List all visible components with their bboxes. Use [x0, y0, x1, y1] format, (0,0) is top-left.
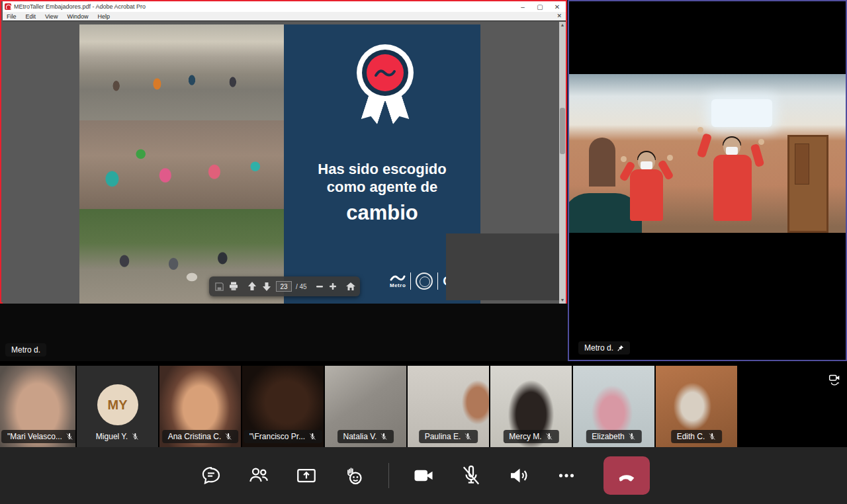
slide-heading: Has sido escogido como agente de cambio — [284, 160, 480, 225]
avatar: MY — [97, 384, 138, 425]
participant-tile[interactable]: MY Miguel Y. — [77, 366, 158, 447]
menu-window[interactable]: Window — [67, 13, 88, 20]
mic-muted-icon — [380, 433, 388, 441]
toolbar-close-icon[interactable]: ✕ — [557, 13, 562, 19]
participant-tile[interactable]: Natalia V. — [325, 366, 406, 447]
participant-name: "\Francisco Pr... — [249, 432, 305, 441]
participant-name: Ana Cristina C. — [168, 432, 222, 441]
acrobat-titlebar: MEtroTaller Embajadores.pdf - Adobe Acro… — [3, 1, 566, 12]
scroll-down-icon[interactable]: ▼ — [559, 297, 566, 304]
window-title: MEtroTaller Embajadores.pdf - Adobe Acro… — [14, 3, 146, 10]
room-door — [787, 135, 828, 233]
meeting-window: MEtroTaller Embajadores.pdf - Adobe Acro… — [0, 0, 847, 504]
page-number-input[interactable] — [276, 281, 292, 292]
pin-icon — [617, 345, 624, 352]
slide-photo-children — [79, 120, 284, 209]
speaker-icon[interactable] — [506, 462, 532, 489]
print-icon[interactable] — [228, 280, 239, 293]
home-icon[interactable] — [345, 280, 356, 293]
mic-muted-icon — [628, 433, 636, 441]
hang-up-button[interactable] — [603, 456, 650, 495]
next-page-icon[interactable] — [261, 280, 272, 293]
mic-muted-icon — [131, 433, 139, 441]
pdf-scrollbar[interactable]: ▲ ▼ — [559, 22, 566, 304]
people-icon[interactable] — [245, 462, 272, 489]
participant-name: Miguel Y. — [96, 432, 128, 441]
medal-icon — [357, 44, 414, 101]
mic-muted-icon[interactable] — [458, 462, 484, 489]
participant-name: Elizabeth — [592, 432, 624, 441]
screen-share-region: MEtroTaller Embajadores.pdf - Adobe Acro… — [0, 0, 568, 361]
scrollbar-thumb[interactable] — [560, 108, 565, 154]
medal-ribbon-left — [361, 94, 385, 124]
participant-tile[interactable]: "\Francisco Pr... — [242, 366, 324, 447]
zoom-in-icon[interactable] — [328, 280, 337, 293]
city-seal-logo — [416, 273, 433, 290]
participant-tile[interactable]: Ana Cristina C. — [159, 366, 241, 447]
slide-photo-street-scene — [79, 24, 284, 120]
pinned-video-feed — [569, 74, 846, 233]
mic-muted-icon — [308, 433, 316, 441]
participant-name: Paulina E. — [425, 432, 461, 441]
previous-page-icon[interactable] — [247, 280, 257, 293]
presenter-name-badge: Metro d. — [5, 343, 46, 357]
pdf-canvas: Has sido escogido como agente de cambio … — [3, 22, 566, 304]
participant-name: Mercy M. — [509, 432, 541, 441]
mic-muted-icon — [66, 433, 73, 441]
ceiling-light — [711, 99, 772, 127]
room-window — [589, 138, 615, 187]
participant-tile[interactable]: Edith C. — [656, 366, 737, 447]
call-control-bar — [0, 447, 847, 504]
acrobat-window: MEtroTaller Embajadores.pdf - Adobe Acro… — [0, 0, 567, 304]
participant-tile[interactable]: "Mari Velasco... — [0, 366, 75, 447]
metro-logo-glyph — [374, 66, 396, 79]
hang-up-icon — [615, 464, 638, 487]
close-icon[interactable]: ✕ — [549, 1, 566, 12]
menu-file[interactable]: File — [7, 13, 17, 20]
chat-icon[interactable] — [198, 462, 224, 489]
participant-name: Edith C. — [677, 432, 705, 441]
zoom-out-icon[interactable] — [315, 280, 324, 293]
participant-name: Natalia V. — [343, 432, 377, 441]
camera-icon[interactable] — [410, 462, 437, 489]
more-icon[interactable] — [553, 462, 580, 489]
acrobat-app-icon — [5, 3, 11, 10]
mic-muted-icon — [708, 433, 716, 441]
participant-tile[interactable]: Elizabeth — [573, 366, 654, 447]
menu-help[interactable]: Help — [97, 13, 110, 20]
participant-tile[interactable]: Paulina E. — [408, 366, 489, 447]
slide-heading-line1: Has sido escogido — [284, 160, 480, 178]
participant-tile[interactable] — [738, 366, 847, 447]
save-icon[interactable] — [214, 280, 224, 293]
acrobat-menubar: File Edit View Window Help ✕ — [3, 12, 566, 21]
pdf-floating-toolbar: / 45 — [209, 276, 360, 296]
scroll-up-icon[interactable]: ▲ — [559, 22, 566, 28]
flip-camera-icon[interactable] — [827, 372, 842, 387]
toolbar-divider — [388, 463, 389, 488]
medal-ribbon-right — [384, 94, 409, 124]
menu-edit[interactable]: Edit — [26, 13, 36, 20]
minimize-icon[interactable]: – — [514, 1, 531, 12]
participant-name: "Mari Velasco... — [7, 432, 62, 441]
mic-muted-icon — [464, 433, 472, 441]
menu-view[interactable]: View — [45, 13, 58, 20]
mic-muted-icon — [545, 433, 553, 441]
participant-tile[interactable]: Mercy M. — [490, 366, 572, 447]
reactions-icon[interactable] — [341, 462, 367, 489]
gray-overlay-box — [446, 233, 561, 300]
pinned-video-tile[interactable]: Metro d. — [568, 0, 847, 361]
page-total-label: / 45 — [296, 283, 307, 290]
maximize-icon[interactable]: ▢ — [531, 1, 549, 12]
metro-footer-logo: Metro — [390, 274, 406, 288]
share-screen-icon[interactable] — [293, 462, 320, 489]
pinned-name-badge: Metro d. — [578, 341, 630, 355]
mic-muted-icon — [224, 433, 232, 441]
slide-heading-line2: como agente de — [284, 178, 480, 196]
slide-heading-line3: cambio — [284, 201, 480, 225]
